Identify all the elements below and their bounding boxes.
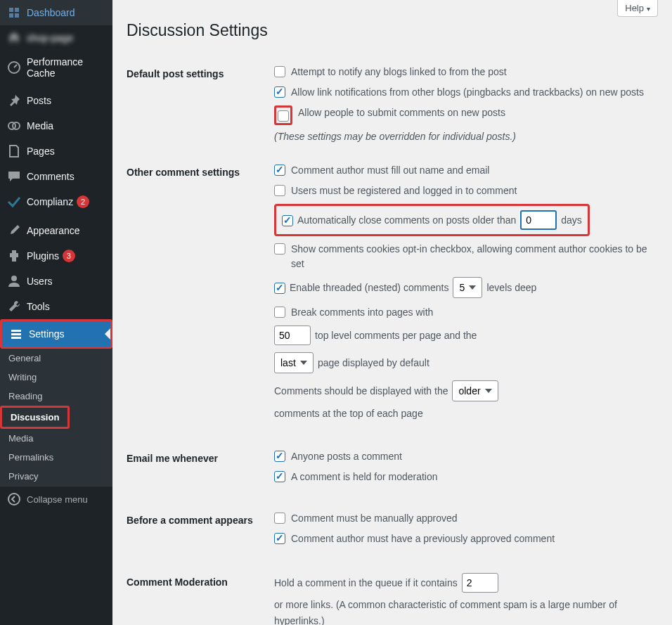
sidebar-label: Comments [27,171,75,182]
gauge-icon [7,60,21,75]
label-threaded-pre: Enable threaded (nested) comments [290,280,448,295]
label-default-page-post: page displayed by default [318,355,429,371]
svg-point-7 [8,494,20,505]
label-prev-approved: Comment author must have a previously ap… [291,531,651,546]
checkbox-auto-close[interactable] [282,215,293,226]
checkbox-name-email[interactable] [274,165,285,176]
checkbox-prev-approved[interactable] [274,533,285,544]
sidebar-item-pages[interactable]: Pages [0,138,112,164]
update-badge: 3 [63,250,75,262]
label-hold-pre: Hold a comment in the queue if it contai… [274,575,458,591]
input-per-page[interactable] [274,326,311,345]
sidebar-label: Settings [29,328,65,340]
label-notify-blogs: Attempt to notify any blogs linked to fr… [291,65,651,79]
page-title: Discussion Settings [127,21,658,40]
sidebar-item-complianz[interactable]: Complianz 2 [0,189,112,214]
select-comment-order[interactable]: older [452,380,498,401]
checkbox-threaded[interactable] [274,283,285,294]
label-threaded-post: levels deep [486,280,536,295]
submenu-discussion[interactable]: Discussion [0,406,70,429]
label-allow-pingbacks: Allow link notifications from other blog… [291,85,651,100]
default-post-note: (These settings may be overridden for in… [274,131,651,142]
svg-rect-4 [11,330,21,332]
sidebar-item-plugins[interactable]: Plugins 3 [0,243,112,269]
checkbox-paginate[interactable] [274,307,285,318]
submenu-media[interactable]: Media [0,429,112,448]
label-name-email: Comment author must fill out name and em… [291,163,651,178]
svg-rect-5 [11,333,21,335]
collapse-menu-button[interactable]: Collapse menu [0,486,112,512]
checkbox-cookies-optin[interactable] [274,243,285,254]
sidebar-label: Media [27,120,53,131]
section-heading-email: Email me whenever [127,439,267,501]
wrench-icon [7,299,21,314]
checkbox-email-moderation[interactable] [274,471,285,482]
submenu-reading[interactable]: Reading [0,387,112,406]
sidebar-label: Performance Cache [27,56,105,79]
section-heading-default-post: Default post settings [127,54,267,153]
checkbox-allow-comments[interactable] [278,110,289,122]
sidebar-label: Complianz [27,196,73,207]
input-hold-links[interactable] [462,573,498,593]
label-hold-post: or more links. (A common characteristic … [274,597,651,625]
sidebar-item-dashboard[interactable]: Dashboard [0,0,112,25]
svg-rect-6 [11,337,21,339]
section-heading-other: Other comment settings [127,153,267,439]
checkbox-registered[interactable] [274,185,285,196]
label-paginate: Break comments into pages with [291,305,651,320]
submenu-general[interactable]: General [0,349,112,368]
select-thread-depth[interactable]: 5 [453,277,482,298]
active-arrow-icon [105,328,110,340]
admin-sidebar: Dashboard shop-page Performance Cache Po… [0,0,112,625]
submenu-privacy[interactable]: Privacy [0,467,112,486]
plugin-icon [7,249,21,263]
label-order-post: comments at the top of each page [274,406,423,421]
sidebar-label: Tools [27,301,50,312]
checkbox-manual-approve[interactable] [274,513,285,524]
submenu-writing[interactable]: Writing [0,368,112,387]
section-heading-moderation: Comment Moderation [127,562,267,625]
label-email-moderation: A comment is held for moderation [291,470,651,484]
sidebar-label: Pages [27,146,55,157]
label-manual-approve: Comment must be manually approved [291,511,651,526]
sidebar-item-posts[interactable]: Posts [0,88,112,113]
label-registered: Users must be registered and logged in t… [291,183,651,198]
label-email-anyone: Anyone posts a comment [291,449,651,464]
collapse-icon [7,492,21,506]
sidebar-item-users[interactable]: Users [0,269,112,294]
input-close-days[interactable] [520,210,557,230]
sidebar-label: Users [27,276,53,287]
brush-icon [7,224,21,238]
label-auto-close-post: days [561,214,582,226]
settings-submenu: General Writing Reading Discussion Media… [0,349,112,486]
complianz-icon [7,195,21,209]
pin-icon [7,94,21,108]
sidebar-item-blurred[interactable]: shop-page [0,25,112,51]
sidebar-item-comments[interactable]: Comments [0,164,112,189]
section-heading-before: Before a comment appears [127,501,267,562]
select-default-page[interactable]: last [274,352,314,373]
svg-point-3 [11,276,17,281]
label-per-page-post: top level comments per page and the [315,328,477,343]
home-icon [7,31,21,45]
sidebar-label: Appearance [27,225,80,236]
label-cookies-optin: Show comments cookies opt-in checkbox, a… [291,242,651,271]
update-badge: 2 [77,195,89,208]
sidebar-item-performance-cache[interactable]: Performance Cache [0,51,112,84]
submenu-permalinks[interactable]: Permalinks [0,448,112,467]
media-icon [7,119,21,133]
sidebar-item-settings[interactable]: Settings [2,321,110,347]
user-icon [7,274,21,288]
sidebar-item-media[interactable]: Media [0,113,112,138]
label-order-pre: Comments should be displayed with the [274,383,448,399]
page-icon [7,144,21,158]
checkbox-email-anyone[interactable] [274,451,285,462]
settings-icon [9,327,23,341]
label-auto-close-pre: Automatically close comments on posts ol… [297,214,516,226]
help-tab[interactable]: Help [617,0,658,17]
checkbox-allow-pingbacks[interactable] [274,86,285,98]
comment-icon [7,169,21,183]
sidebar-item-appearance[interactable]: Appearance [0,218,112,243]
sidebar-item-tools[interactable]: Tools [0,294,112,319]
checkbox-notify-blogs[interactable] [274,66,285,77]
